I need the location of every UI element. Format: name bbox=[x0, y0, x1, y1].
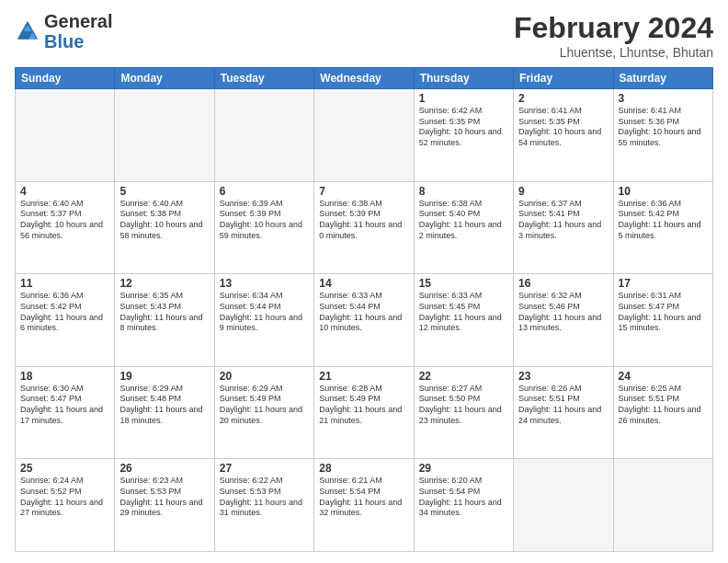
day-number: 11 bbox=[20, 277, 109, 290]
calendar: SundayMondayTuesdayWednesdayThursdayFrid… bbox=[15, 67, 713, 552]
day-number: 6 bbox=[220, 185, 309, 198]
day-info: Sunrise: 6:42 AM Sunset: 5:35 PM Dayligh… bbox=[419, 106, 508, 149]
day-number: 24 bbox=[619, 370, 708, 383]
logo: General Blue bbox=[15, 11, 112, 52]
logo-general: General bbox=[44, 11, 112, 31]
day-info: Sunrise: 6:33 AM Sunset: 5:45 PM Dayligh… bbox=[419, 291, 508, 334]
day-number: 23 bbox=[518, 370, 608, 383]
col-header-thursday: Thursday bbox=[414, 68, 513, 89]
day-info: Sunrise: 6:33 AM Sunset: 5:44 PM Dayligh… bbox=[319, 291, 408, 334]
day-number: 21 bbox=[319, 370, 408, 383]
day-cell: 9Sunrise: 6:37 AM Sunset: 5:41 PM Daylig… bbox=[514, 181, 613, 274]
day-number: 22 bbox=[419, 370, 508, 383]
day-cell: 13Sunrise: 6:34 AM Sunset: 5:44 PM Dayli… bbox=[214, 274, 313, 367]
day-cell: 7Sunrise: 6:38 AM Sunset: 5:39 PM Daylig… bbox=[314, 181, 414, 274]
day-cell: 10Sunrise: 6:36 AM Sunset: 5:42 PM Dayli… bbox=[613, 181, 712, 274]
day-info: Sunrise: 6:21 AM Sunset: 5:54 PM Dayligh… bbox=[319, 476, 408, 519]
day-info: Sunrise: 6:38 AM Sunset: 5:40 PM Dayligh… bbox=[419, 199, 508, 242]
day-number: 2 bbox=[518, 92, 608, 105]
day-cell bbox=[613, 459, 712, 552]
day-cell bbox=[514, 459, 613, 552]
week-row-3: 18Sunrise: 6:30 AM Sunset: 5:47 PM Dayli… bbox=[16, 366, 713, 459]
day-info: Sunrise: 6:31 AM Sunset: 5:47 PM Dayligh… bbox=[619, 291, 708, 334]
day-number: 13 bbox=[220, 277, 309, 290]
day-cell: 29Sunrise: 6:20 AM Sunset: 5:54 PM Dayli… bbox=[414, 459, 513, 552]
day-info: Sunrise: 6:23 AM Sunset: 5:53 PM Dayligh… bbox=[119, 476, 209, 519]
week-row-2: 11Sunrise: 6:36 AM Sunset: 5:42 PM Dayli… bbox=[16, 274, 713, 367]
day-cell: 6Sunrise: 6:39 AM Sunset: 5:39 PM Daylig… bbox=[214, 181, 313, 274]
day-cell: 18Sunrise: 6:30 AM Sunset: 5:47 PM Dayli… bbox=[16, 366, 115, 459]
day-info: Sunrise: 6:26 AM Sunset: 5:51 PM Dayligh… bbox=[518, 384, 608, 427]
day-number: 3 bbox=[619, 92, 708, 105]
location: Lhuentse, Lhuntse, Bhutan bbox=[514, 45, 713, 60]
day-number: 26 bbox=[119, 462, 209, 475]
day-number: 16 bbox=[518, 277, 608, 290]
day-cell: 27Sunrise: 6:22 AM Sunset: 5:53 PM Dayli… bbox=[214, 459, 313, 552]
day-info: Sunrise: 6:40 AM Sunset: 5:37 PM Dayligh… bbox=[20, 199, 109, 242]
week-row-4: 25Sunrise: 6:24 AM Sunset: 5:52 PM Dayli… bbox=[16, 459, 713, 552]
week-row-1: 4Sunrise: 6:40 AM Sunset: 5:37 PM Daylig… bbox=[16, 181, 713, 274]
header-row: SundayMondayTuesdayWednesdayThursdayFrid… bbox=[16, 68, 713, 89]
day-info: Sunrise: 6:29 AM Sunset: 5:49 PM Dayligh… bbox=[220, 384, 309, 427]
day-cell: 2Sunrise: 6:41 AM Sunset: 5:35 PM Daylig… bbox=[514, 89, 613, 182]
day-number: 1 bbox=[419, 92, 508, 105]
day-cell: 25Sunrise: 6:24 AM Sunset: 5:52 PM Dayli… bbox=[16, 459, 115, 552]
col-header-sunday: Sunday bbox=[16, 68, 115, 89]
day-cell: 26Sunrise: 6:23 AM Sunset: 5:53 PM Dayli… bbox=[115, 459, 214, 552]
logo-text: General Blue bbox=[44, 11, 112, 52]
day-cell: 16Sunrise: 6:32 AM Sunset: 5:46 PM Dayli… bbox=[514, 274, 613, 367]
day-cell: 23Sunrise: 6:26 AM Sunset: 5:51 PM Dayli… bbox=[514, 366, 613, 459]
col-header-monday: Monday bbox=[115, 68, 214, 89]
day-number: 27 bbox=[220, 462, 309, 475]
day-number: 18 bbox=[20, 370, 109, 383]
col-header-saturday: Saturday bbox=[613, 68, 712, 89]
day-number: 9 bbox=[518, 185, 608, 198]
day-info: Sunrise: 6:41 AM Sunset: 5:36 PM Dayligh… bbox=[619, 106, 708, 149]
page: General Blue February 2024 Lhuentse, Lhu… bbox=[0, 0, 728, 563]
day-number: 4 bbox=[20, 185, 109, 198]
day-info: Sunrise: 6:34 AM Sunset: 5:44 PM Dayligh… bbox=[220, 291, 309, 334]
day-info: Sunrise: 6:35 AM Sunset: 5:43 PM Dayligh… bbox=[119, 291, 209, 334]
day-info: Sunrise: 6:38 AM Sunset: 5:39 PM Dayligh… bbox=[319, 199, 408, 242]
day-number: 8 bbox=[419, 185, 508, 198]
day-info: Sunrise: 6:32 AM Sunset: 5:46 PM Dayligh… bbox=[518, 291, 608, 334]
day-number: 5 bbox=[119, 185, 209, 198]
day-info: Sunrise: 6:37 AM Sunset: 5:41 PM Dayligh… bbox=[518, 199, 608, 242]
day-number: 14 bbox=[319, 277, 408, 290]
day-cell: 3Sunrise: 6:41 AM Sunset: 5:36 PM Daylig… bbox=[613, 89, 712, 182]
day-cell bbox=[314, 89, 414, 182]
week-row-0: 1Sunrise: 6:42 AM Sunset: 5:35 PM Daylig… bbox=[16, 89, 713, 182]
day-info: Sunrise: 6:40 AM Sunset: 5:38 PM Dayligh… bbox=[119, 199, 209, 242]
day-cell bbox=[16, 89, 115, 182]
day-info: Sunrise: 6:24 AM Sunset: 5:52 PM Dayligh… bbox=[20, 476, 109, 519]
day-number: 12 bbox=[119, 277, 209, 290]
day-number: 17 bbox=[619, 277, 708, 290]
day-info: Sunrise: 6:27 AM Sunset: 5:50 PM Dayligh… bbox=[419, 384, 508, 427]
col-header-friday: Friday bbox=[514, 68, 613, 89]
day-cell: 15Sunrise: 6:33 AM Sunset: 5:45 PM Dayli… bbox=[414, 274, 513, 367]
day-cell: 8Sunrise: 6:38 AM Sunset: 5:40 PM Daylig… bbox=[414, 181, 513, 274]
day-cell bbox=[115, 89, 214, 182]
col-header-wednesday: Wednesday bbox=[314, 68, 414, 89]
day-number: 20 bbox=[220, 370, 309, 383]
day-info: Sunrise: 6:36 AM Sunset: 5:42 PM Dayligh… bbox=[619, 199, 708, 242]
col-header-tuesday: Tuesday bbox=[214, 68, 313, 89]
day-cell: 12Sunrise: 6:35 AM Sunset: 5:43 PM Dayli… bbox=[115, 274, 214, 367]
day-info: Sunrise: 6:25 AM Sunset: 5:51 PM Dayligh… bbox=[619, 384, 708, 427]
day-cell: 28Sunrise: 6:21 AM Sunset: 5:54 PM Dayli… bbox=[314, 459, 414, 552]
day-info: Sunrise: 6:41 AM Sunset: 5:35 PM Dayligh… bbox=[518, 106, 608, 149]
day-info: Sunrise: 6:39 AM Sunset: 5:39 PM Dayligh… bbox=[220, 199, 309, 242]
day-cell: 4Sunrise: 6:40 AM Sunset: 5:37 PM Daylig… bbox=[16, 181, 115, 274]
day-info: Sunrise: 6:36 AM Sunset: 5:42 PM Dayligh… bbox=[20, 291, 109, 334]
day-info: Sunrise: 6:20 AM Sunset: 5:54 PM Dayligh… bbox=[419, 476, 508, 519]
day-cell: 1Sunrise: 6:42 AM Sunset: 5:35 PM Daylig… bbox=[414, 89, 513, 182]
month-year: February 2024 bbox=[514, 11, 713, 45]
header: General Blue February 2024 Lhuentse, Lhu… bbox=[15, 11, 713, 60]
day-number: 25 bbox=[20, 462, 109, 475]
day-cell: 24Sunrise: 6:25 AM Sunset: 5:51 PM Dayli… bbox=[613, 366, 712, 459]
day-number: 28 bbox=[319, 462, 408, 475]
day-cell: 11Sunrise: 6:36 AM Sunset: 5:42 PM Dayli… bbox=[16, 274, 115, 367]
title-section: February 2024 Lhuentse, Lhuntse, Bhutan bbox=[514, 11, 713, 60]
day-cell: 21Sunrise: 6:28 AM Sunset: 5:49 PM Dayli… bbox=[314, 366, 414, 459]
day-number: 7 bbox=[319, 185, 408, 198]
